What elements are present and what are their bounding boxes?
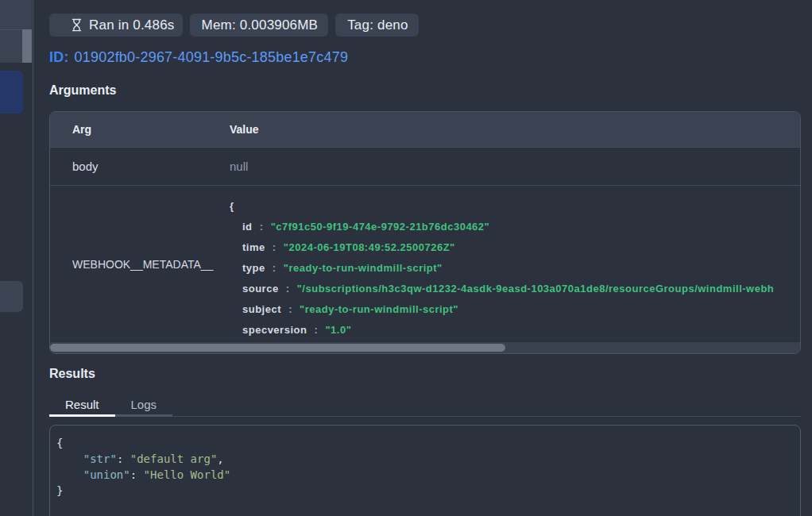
object-entry: source : "/subscriptions/h3c3qw-d1232-4a…	[242, 279, 800, 299]
object-entry: type : "ready-to-run-windmill-script"	[242, 258, 800, 279]
object-entry: subject : "ready-to-run-windmill-script"	[242, 299, 800, 320]
object-entry: specversion : "1.0"	[242, 320, 800, 341]
table-horizontal-scrollbar[interactable]	[50, 342, 800, 353]
duration-badge-label: Ran in 0.486s	[89, 17, 175, 33]
job-id-label: ID:	[49, 49, 69, 65]
arg-column-header: Arg	[50, 123, 230, 136]
memory-badge-label: Mem: 0.003906MB	[202, 17, 319, 33]
arguments-title: Arguments	[49, 83, 801, 98]
arg-name: body	[50, 160, 230, 173]
run-detail-main: Ran in 0.486s Mem: 0.003906MB Tag: deno …	[33, 0, 812, 516]
object-entries: id : "c7f91c50-9f19-474e-9792-21b76dc304…	[230, 217, 800, 341]
object-viewer: { id : "c7f91c50-9f19-474e-9792-21b76dc3…	[230, 186, 800, 342]
result-json-line: "union": "Hello World"	[56, 467, 794, 483]
result-json-line: {	[56, 435, 794, 451]
sidebar-scrollbar-thumb[interactable]	[22, 29, 32, 63]
arguments-table-header: Arg Value	[50, 112, 800, 147]
table-horizontal-scrollbar-thumb[interactable]	[50, 344, 505, 352]
job-id-value[interactable]: 01902fb0-2967-4091-9b5c-185be1e7c479	[75, 49, 349, 65]
left-sidebar	[0, 0, 33, 516]
table-row-body: body null	[50, 147, 800, 185]
results-title: Results	[49, 367, 801, 381]
tag-badge-label: Tag: deno	[347, 17, 408, 33]
job-id-row: ID:01902fb0-2967-4091-9b5c-185be1e7c479	[49, 49, 801, 66]
object-open-brace: {	[230, 196, 800, 217]
arg-value: null	[230, 160, 800, 173]
tag-badge: Tag: deno	[335, 13, 418, 37]
tab-logs[interactable]: Logs	[115, 393, 173, 417]
result-json-line: "str": "default arg",	[56, 451, 794, 467]
duration-badge: Ran in 0.486s	[49, 13, 183, 37]
run-stats-row: Ran in 0.486s Mem: 0.003906MB Tag: deno	[49, 13, 801, 37]
result-json-panel[interactable]: { "str": "default arg", "union": "Hello …	[49, 425, 801, 516]
object-entry: id : "c7f91c50-9f19-474e-9792-21b76dc304…	[242, 217, 800, 237]
table-row-webhook-metadata: WEBHOOK__METADATA__ { id : "c7f91c50-9f1…	[50, 185, 800, 342]
sidebar-menu-divider	[0, 29, 22, 30]
arg-name: WEBHOOK__METADATA__	[72, 258, 213, 271]
result-json-line: }	[56, 483, 794, 499]
sidebar-menu-item[interactable]	[0, 281, 23, 312]
value-column-header: Value	[230, 123, 800, 136]
tab-result[interactable]: Result	[49, 393, 115, 417]
result-json-code: { "str": "default arg", "union": "Hello …	[56, 435, 794, 499]
results-tabbar: Result Logs	[49, 393, 801, 417]
arguments-table: Arg Value body null WEBHOOK__METADATA__ …	[49, 111, 801, 354]
memory-badge: Mem: 0.003906MB	[190, 13, 329, 37]
object-entry: time : "2024-06-19T08:49:52.2500726Z"	[242, 237, 800, 258]
hourglass-icon	[70, 18, 83, 32]
sidebar-menu-item-selected[interactable]	[0, 71, 23, 114]
